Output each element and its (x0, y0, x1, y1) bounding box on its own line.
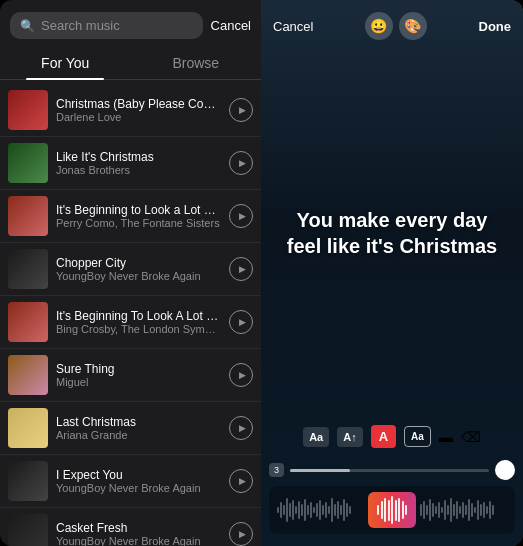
song-info: Like It's Christmas Jonas Brothers (56, 150, 221, 176)
song-title: Like It's Christmas (56, 150, 221, 164)
song-artist: Miguel (56, 376, 221, 388)
play-button[interactable]: ▶ (229, 469, 253, 493)
song-info: It's Beginning To Look A Lot Lik... Bing… (56, 309, 221, 335)
song-artist: YoungBoy Never Broke Again (56, 270, 221, 282)
song-artist: Perry Como, The Fontane Sisters (56, 217, 221, 229)
play-icon: ▶ (239, 158, 246, 168)
list-item[interactable]: It's Beginning To Look A Lot Lik... Bing… (0, 296, 261, 349)
waveform-center (368, 492, 416, 528)
song-info: It's Beginning to Look a Lot Lik... Perr… (56, 203, 221, 229)
search-placeholder-text: Search music (41, 18, 120, 33)
play-icon: ▶ (239, 105, 246, 115)
play-icon: ▶ (239, 476, 246, 486)
waveform-section: 3 (261, 456, 523, 546)
play-button[interactable]: ▶ (229, 310, 253, 334)
play-button[interactable]: ▶ (229, 98, 253, 122)
aa-small-button[interactable]: A↑ (337, 427, 362, 447)
list-item[interactable]: Last Christmas Ariana Grande ▶ (0, 402, 261, 455)
song-info: Christmas (Baby Please Come... Darlene L… (56, 97, 221, 123)
play-button[interactable]: ▶ (229, 151, 253, 175)
underline-icon[interactable]: ▬ (439, 429, 453, 445)
song-info: Casket Fresh YoungBoy Never Broke Again (56, 521, 221, 546)
list-item[interactable]: Christmas (Baby Please Come... Darlene L… (0, 84, 261, 137)
story-editor-panel: Cancel 😀 🎨 Done You make every day feel … (261, 0, 523, 546)
time-badge: 3 (269, 463, 284, 477)
song-artist: Ariana Grande (56, 429, 221, 441)
list-item[interactable]: Like It's Christmas Jonas Brothers ▶ (0, 137, 261, 190)
song-title: Casket Fresh (56, 521, 221, 535)
play-icon: ▶ (239, 370, 246, 380)
song-info: Sure Thing Miguel (56, 362, 221, 388)
record-button[interactable] (495, 460, 515, 480)
song-artist: YoungBoy Never Broke Again (56, 535, 221, 546)
eraser-icon[interactable]: ⌫ (461, 429, 481, 445)
song-info: Last Christmas Ariana Grande (56, 415, 221, 441)
a-style-button[interactable]: A (371, 425, 396, 448)
song-thumbnail (8, 90, 48, 130)
list-item[interactable]: Sure Thing Miguel ▶ (0, 349, 261, 402)
progress-row: 3 (269, 460, 515, 480)
waveform-right (420, 492, 507, 528)
song-list: Christmas (Baby Please Come... Darlene L… (0, 84, 261, 546)
music-tabs: For You Browse (0, 47, 261, 80)
story-overlay-text[interactable]: You make every day feel like it's Christ… (277, 207, 507, 259)
play-icon: ▶ (239, 529, 246, 539)
song-thumbnail (8, 514, 48, 546)
song-artist: Darlene Love (56, 111, 221, 123)
tab-for-you[interactable]: For You (0, 47, 131, 79)
play-icon: ▶ (239, 423, 246, 433)
song-title: Sure Thing (56, 362, 221, 376)
song-artist: Bing Crosby, The London Symph... (56, 323, 221, 335)
play-button[interactable]: ▶ (229, 363, 253, 387)
song-title: It's Beginning To Look A Lot Lik... (56, 309, 221, 323)
waveform-container[interactable] (269, 486, 515, 534)
story-cancel-button[interactable]: Cancel (273, 19, 313, 34)
song-artist: YoungBoy Never Broke Again (56, 482, 221, 494)
search-bar[interactable]: 🔍 Search music (10, 12, 203, 39)
song-thumbnail (8, 461, 48, 501)
sticker-icon[interactable]: 😀 (365, 12, 393, 40)
song-title: Chopper City (56, 256, 221, 270)
song-artist: Jonas Brothers (56, 164, 221, 176)
song-thumbnail (8, 249, 48, 289)
play-button[interactable]: ▶ (229, 257, 253, 281)
search-icon: 🔍 (20, 19, 35, 33)
search-cancel-button[interactable]: Cancel (211, 18, 251, 33)
song-title: I Expect You (56, 468, 221, 482)
header-icon-group: 😀 🎨 (365, 12, 427, 40)
song-thumbnail (8, 408, 48, 448)
song-thumbnail (8, 355, 48, 395)
play-icon: ▶ (239, 211, 246, 221)
play-icon: ▶ (239, 264, 246, 274)
text-toolbar: Aa A↑ A Aa ▬ ⌫ (261, 417, 523, 456)
list-item[interactable]: I Expect You YoungBoy Never Broke Again … (0, 455, 261, 508)
play-button[interactable]: ▶ (229, 522, 253, 546)
progress-fill (290, 469, 350, 472)
story-text-area: You make every day feel like it's Christ… (261, 48, 523, 417)
song-info: Chopper City YoungBoy Never Broke Again (56, 256, 221, 282)
aa-outline-button[interactable]: Aa (404, 426, 431, 447)
list-item[interactable]: Casket Fresh YoungBoy Never Broke Again … (0, 508, 261, 546)
list-item[interactable]: Chopper City YoungBoy Never Broke Again … (0, 243, 261, 296)
list-item[interactable]: It's Beginning to Look a Lot Lik... Perr… (0, 190, 261, 243)
song-title: It's Beginning to Look a Lot Lik... (56, 203, 221, 217)
color-icon[interactable]: 🎨 (399, 12, 427, 40)
tab-browse[interactable]: Browse (131, 47, 262, 79)
song-thumbnail (8, 302, 48, 342)
song-title: Last Christmas (56, 415, 221, 429)
song-info: I Expect You YoungBoy Never Broke Again (56, 468, 221, 494)
play-button[interactable]: ▶ (229, 204, 253, 228)
play-icon: ▶ (239, 317, 246, 327)
progress-bar[interactable] (290, 469, 489, 472)
story-header: Cancel 😀 🎨 Done (261, 0, 523, 48)
song-thumbnail (8, 143, 48, 183)
song-title: Christmas (Baby Please Come... (56, 97, 221, 111)
search-top-bar: 🔍 Search music Cancel (0, 0, 261, 47)
aa-large-button[interactable]: Aa (303, 427, 329, 447)
music-search-panel: 🔍 Search music Cancel For You Browse Chr… (0, 0, 261, 546)
waveform-left (277, 492, 364, 528)
story-done-button[interactable]: Done (479, 19, 512, 34)
song-thumbnail (8, 196, 48, 236)
play-button[interactable]: ▶ (229, 416, 253, 440)
